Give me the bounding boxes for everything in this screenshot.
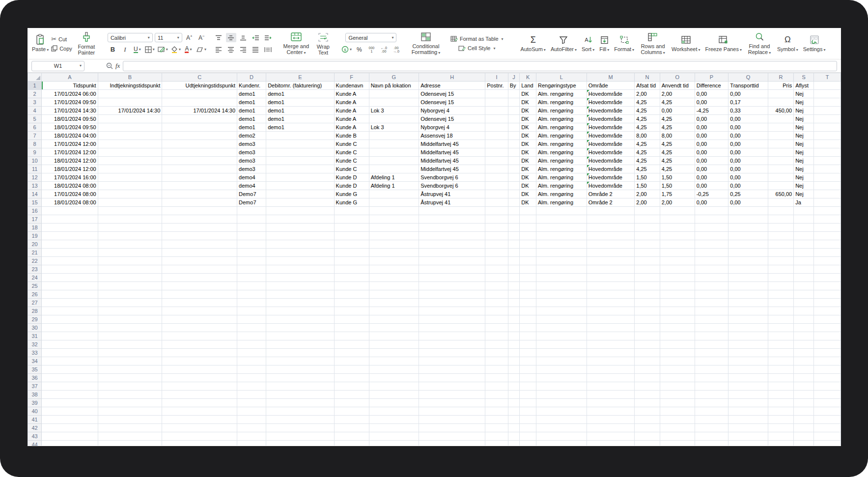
cell-Q37[interactable] [728,382,768,391]
cell-J41[interactable] [508,416,520,424]
cell-F42[interactable] [334,424,369,432]
cell-style-button[interactable]: Cell Style ▾ [458,45,495,52]
column-header-C[interactable]: C [162,73,237,82]
cell-C34[interactable] [162,357,237,365]
cell-I41[interactable] [485,416,508,424]
cell-J37[interactable] [508,382,520,391]
cell-F6[interactable]: Kunde A [334,123,369,132]
shrink-font-button[interactable]: A− [196,33,207,42]
cell-E13[interactable] [266,182,334,190]
cell-R18[interactable] [768,224,794,232]
cell-E33[interactable] [266,349,334,357]
cell-P8[interactable]: 0,00 [695,140,728,148]
cell-T11[interactable] [814,165,841,173]
cell-S44[interactable] [794,441,814,446]
cell-H9[interactable]: Middelfartvej 45 [419,148,485,157]
cell-G2[interactable] [369,90,419,98]
cell-R16[interactable] [768,207,794,215]
cell-B43[interactable] [98,432,162,441]
cell-R39[interactable] [768,399,794,407]
cell-J40[interactable] [508,407,520,416]
cell-H21[interactable] [419,249,485,257]
cell-Q29[interactable] [728,315,768,324]
cell-E38[interactable] [266,391,334,399]
cell-M35[interactable] [587,365,635,374]
cell-I2[interactable] [485,90,508,98]
cell-S41[interactable] [794,416,814,424]
cell-T12[interactable] [814,173,841,182]
cell-J39[interactable] [508,399,520,407]
cell-T33[interactable] [814,349,841,357]
cell-C42[interactable] [162,424,237,432]
cell-M23[interactable] [587,265,635,274]
cell-T23[interactable] [814,265,841,274]
cell-Q27[interactable] [728,299,768,307]
cell-B29[interactable] [98,315,162,324]
cell-O20[interactable] [660,240,695,249]
cell-H41[interactable] [419,416,485,424]
cell-F39[interactable] [334,399,369,407]
cell-S25[interactable] [794,282,814,290]
justify-button[interactable] [251,45,261,54]
cell-L3[interactable]: Alm. rengøring [536,98,587,107]
cell-R35[interactable] [768,365,794,374]
cell-N9[interactable]: 4,25 [635,148,660,157]
cell-C14[interactable] [162,190,237,198]
cell-E39[interactable] [266,399,334,407]
cell-M42[interactable] [587,424,635,432]
cell-H11[interactable]: Middelfartvej 45 [419,165,485,173]
row-header-37[interactable]: 37 [28,382,42,391]
row-header-8[interactable]: 8 [28,140,42,148]
cell-B1[interactable]: Indtjekningstidspunkt [98,82,162,90]
cell-B39[interactable] [98,399,162,407]
cell-L16[interactable] [536,207,587,215]
cell-P36[interactable] [695,374,728,382]
cell-T9[interactable] [814,148,841,157]
cell-K23[interactable] [520,265,536,274]
cell-N44[interactable] [635,441,660,446]
cell-F1[interactable]: Kundenavn [334,82,369,90]
cell-A36[interactable] [42,374,98,382]
cell-S36[interactable] [794,374,814,382]
cell-B44[interactable] [98,441,162,446]
cell-E11[interactable] [266,165,334,173]
cell-N13[interactable]: 1,50 [635,182,660,190]
cell-J18[interactable] [508,224,520,232]
cell-E21[interactable] [266,249,334,257]
cell-F18[interactable] [334,224,369,232]
cell-H18[interactable] [419,224,485,232]
cell-N36[interactable] [635,374,660,382]
cell-D16[interactable] [237,207,266,215]
cell-E37[interactable] [266,382,334,391]
cell-C19[interactable] [162,232,237,240]
cell-K3[interactable]: DK [520,98,536,107]
cell-N21[interactable] [635,249,660,257]
cell-Q16[interactable] [728,207,768,215]
cell-Q10[interactable]: 0,00 [728,157,768,165]
cell-O1[interactable]: Anvendt tid [660,82,695,90]
cell-T34[interactable] [814,357,841,365]
cell-S29[interactable] [794,315,814,324]
format-button[interactable]: Format▾ [612,33,637,54]
cell-Q31[interactable] [728,332,768,340]
cell-C23[interactable] [162,265,237,274]
cell-R20[interactable] [768,240,794,249]
cell-M36[interactable] [587,374,635,382]
cell-T19[interactable] [814,232,841,240]
cell-B16[interactable] [98,207,162,215]
cell-L8[interactable]: Alm. rengøring [536,140,587,148]
cell-E16[interactable] [266,207,334,215]
cell-B19[interactable] [98,232,162,240]
cell-H31[interactable] [419,332,485,340]
font-size-select[interactable]: 11 ▾ [155,33,182,42]
cell-E19[interactable] [266,232,334,240]
cell-E4[interactable]: demo1 [266,107,334,115]
cell-S1[interactable]: Aflyst [794,82,814,90]
cell-Q40[interactable] [728,407,768,416]
cell-F23[interactable] [334,265,369,274]
cell-C39[interactable] [162,399,237,407]
cell-I6[interactable] [485,123,508,132]
cell-O16[interactable] [660,207,695,215]
cell-H5[interactable]: Odensevej 15 [419,115,485,123]
cell-J31[interactable] [508,332,520,340]
